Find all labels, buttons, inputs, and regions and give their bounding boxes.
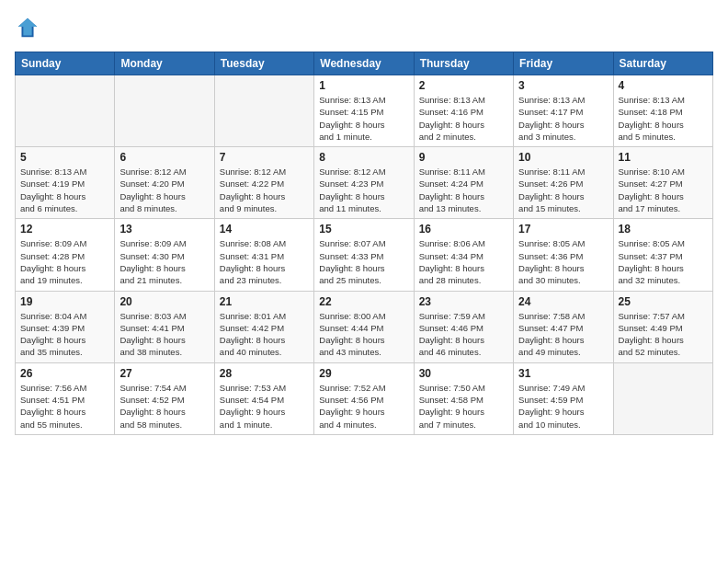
day-info: Sunrise: 7:53 AM Sunset: 4:54 PM Dayligh… — [220, 382, 309, 431]
day-number: 2 — [419, 79, 508, 92]
calendar-cell: 19Sunrise: 8:04 AM Sunset: 4:39 PM Dayli… — [16, 291, 115, 362]
weekday-header-monday: Monday — [115, 52, 214, 75]
calendar-week-2: 5Sunrise: 8:13 AM Sunset: 4:19 PM Daylig… — [16, 147, 713, 219]
calendar-cell — [115, 75, 214, 147]
day-info: Sunrise: 8:07 AM Sunset: 4:33 PM Dayligh… — [319, 237, 408, 286]
day-info: Sunrise: 8:12 AM Sunset: 4:23 PM Dayligh… — [319, 166, 408, 214]
day-number: 8 — [319, 151, 408, 164]
day-number: 26 — [20, 367, 109, 380]
calendar-cell: 26Sunrise: 7:56 AM Sunset: 4:51 PM Dayli… — [16, 362, 115, 434]
calendar-cell: 8Sunrise: 8:12 AM Sunset: 4:23 PM Daylig… — [314, 147, 414, 219]
day-info: Sunrise: 7:56 AM Sunset: 4:51 PM Dayligh… — [20, 382, 109, 431]
day-info: Sunrise: 8:11 AM Sunset: 4:24 PM Dayligh… — [419, 166, 508, 214]
day-number: 30 — [419, 367, 508, 380]
calendar-cell: 1Sunrise: 8:13 AM Sunset: 4:15 PM Daylig… — [314, 75, 414, 147]
day-number: 14 — [220, 223, 309, 236]
day-info: Sunrise: 8:11 AM Sunset: 4:26 PM Dayligh… — [518, 166, 608, 214]
calendar-cell: 23Sunrise: 7:59 AM Sunset: 4:46 PM Dayli… — [414, 291, 513, 362]
calendar-cell: 27Sunrise: 7:54 AM Sunset: 4:52 PM Dayli… — [115, 362, 214, 434]
day-info: Sunrise: 8:06 AM Sunset: 4:34 PM Dayligh… — [419, 237, 508, 286]
calendar-cell: 18Sunrise: 8:05 AM Sunset: 4:37 PM Dayli… — [613, 219, 712, 291]
calendar-cell: 28Sunrise: 7:53 AM Sunset: 4:54 PM Dayli… — [214, 362, 313, 434]
day-number: 27 — [119, 367, 209, 380]
day-number: 31 — [518, 367, 608, 380]
day-info: Sunrise: 8:00 AM Sunset: 4:44 PM Dayligh… — [319, 310, 408, 359]
day-number: 17 — [518, 223, 608, 236]
calendar-cell: 13Sunrise: 8:09 AM Sunset: 4:30 PM Dayli… — [115, 219, 214, 291]
calendar-week-1: 1Sunrise: 8:13 AM Sunset: 4:15 PM Daylig… — [16, 75, 713, 147]
svg-marker-1 — [18, 18, 38, 36]
day-info: Sunrise: 7:54 AM Sunset: 4:52 PM Dayligh… — [119, 382, 209, 431]
day-info: Sunrise: 8:13 AM Sunset: 4:17 PM Dayligh… — [518, 94, 608, 143]
day-number: 6 — [119, 151, 209, 164]
day-info: Sunrise: 8:12 AM Sunset: 4:20 PM Dayligh… — [119, 166, 209, 214]
day-number: 28 — [220, 367, 309, 380]
day-number: 29 — [319, 367, 408, 380]
day-number: 20 — [119, 295, 209, 308]
weekday-header-saturday: Saturday — [613, 52, 712, 75]
weekday-header-wednesday: Wednesday — [314, 52, 414, 75]
calendar-week-5: 26Sunrise: 7:56 AM Sunset: 4:51 PM Dayli… — [16, 362, 713, 434]
calendar-cell: 20Sunrise: 8:03 AM Sunset: 4:41 PM Dayli… — [115, 291, 214, 362]
calendar-table: SundayMondayTuesdayWednesdayThursdayFrid… — [15, 52, 713, 435]
logo — [15, 15, 44, 40]
calendar-cell: 24Sunrise: 7:58 AM Sunset: 4:47 PM Dayli… — [514, 291, 613, 362]
day-info: Sunrise: 7:50 AM Sunset: 4:58 PM Dayligh… — [419, 382, 508, 431]
day-info: Sunrise: 8:03 AM Sunset: 4:41 PM Dayligh… — [119, 310, 209, 359]
day-number: 24 — [518, 295, 608, 308]
day-info: Sunrise: 8:05 AM Sunset: 4:37 PM Dayligh… — [619, 237, 708, 286]
calendar-cell: 2Sunrise: 8:13 AM Sunset: 4:16 PM Daylig… — [414, 75, 513, 147]
day-number: 9 — [419, 151, 508, 164]
calendar-week-3: 12Sunrise: 8:09 AM Sunset: 4:28 PM Dayli… — [16, 219, 713, 291]
calendar-cell: 4Sunrise: 8:13 AM Sunset: 4:18 PM Daylig… — [613, 75, 712, 147]
calendar-cell: 16Sunrise: 8:06 AM Sunset: 4:34 PM Dayli… — [414, 219, 513, 291]
day-info: Sunrise: 8:04 AM Sunset: 4:39 PM Dayligh… — [20, 310, 109, 359]
logo-icon — [15, 15, 40, 40]
calendar-header-row: SundayMondayTuesdayWednesdayThursdayFrid… — [16, 52, 713, 75]
day-number: 18 — [619, 223, 708, 236]
day-number: 10 — [518, 151, 608, 164]
day-info: Sunrise: 7:57 AM Sunset: 4:49 PM Dayligh… — [619, 310, 708, 359]
day-info: Sunrise: 8:01 AM Sunset: 4:42 PM Dayligh… — [220, 310, 309, 359]
day-info: Sunrise: 7:58 AM Sunset: 4:47 PM Dayligh… — [518, 310, 608, 359]
day-number: 25 — [619, 295, 708, 308]
day-number: 23 — [419, 295, 508, 308]
calendar-cell: 6Sunrise: 8:12 AM Sunset: 4:20 PM Daylig… — [115, 147, 214, 219]
calendar-cell: 11Sunrise: 8:10 AM Sunset: 4:27 PM Dayli… — [613, 147, 712, 219]
day-info: Sunrise: 8:13 AM Sunset: 4:19 PM Dayligh… — [20, 166, 109, 214]
day-info: Sunrise: 8:08 AM Sunset: 4:31 PM Dayligh… — [220, 237, 309, 286]
calendar-cell: 14Sunrise: 8:08 AM Sunset: 4:31 PM Dayli… — [214, 219, 313, 291]
calendar-cell: 5Sunrise: 8:13 AM Sunset: 4:19 PM Daylig… — [16, 147, 115, 219]
day-number: 11 — [619, 151, 708, 164]
weekday-header-tuesday: Tuesday — [214, 52, 313, 75]
calendar-cell: 21Sunrise: 8:01 AM Sunset: 4:42 PM Dayli… — [214, 291, 313, 362]
calendar-cell: 25Sunrise: 7:57 AM Sunset: 4:49 PM Dayli… — [613, 291, 712, 362]
day-info: Sunrise: 7:52 AM Sunset: 4:56 PM Dayligh… — [319, 382, 408, 431]
calendar-cell — [214, 75, 313, 147]
calendar-cell: 15Sunrise: 8:07 AM Sunset: 4:33 PM Dayli… — [314, 219, 414, 291]
day-number: 1 — [319, 79, 408, 92]
day-number: 7 — [220, 151, 309, 164]
calendar-cell: 29Sunrise: 7:52 AM Sunset: 4:56 PM Dayli… — [314, 362, 414, 434]
weekday-header-thursday: Thursday — [414, 52, 513, 75]
calendar-week-4: 19Sunrise: 8:04 AM Sunset: 4:39 PM Dayli… — [16, 291, 713, 362]
weekday-header-friday: Friday — [514, 52, 613, 75]
page-header — [15, 15, 713, 40]
day-number: 3 — [518, 79, 608, 92]
day-info: Sunrise: 8:09 AM Sunset: 4:28 PM Dayligh… — [20, 237, 109, 286]
day-number: 15 — [319, 223, 408, 236]
day-info: Sunrise: 8:12 AM Sunset: 4:22 PM Dayligh… — [220, 166, 309, 214]
calendar-cell: 9Sunrise: 8:11 AM Sunset: 4:24 PM Daylig… — [414, 147, 513, 219]
calendar-cell — [16, 75, 115, 147]
calendar-cell: 17Sunrise: 8:05 AM Sunset: 4:36 PM Dayli… — [514, 219, 613, 291]
day-number: 22 — [319, 295, 408, 308]
day-number: 13 — [119, 223, 209, 236]
day-info: Sunrise: 8:13 AM Sunset: 4:15 PM Dayligh… — [319, 94, 408, 143]
calendar-cell: 30Sunrise: 7:50 AM Sunset: 4:58 PM Dayli… — [414, 362, 513, 434]
calendar-cell — [613, 362, 712, 434]
day-info: Sunrise: 8:09 AM Sunset: 4:30 PM Dayligh… — [119, 237, 209, 286]
day-info: Sunrise: 8:13 AM Sunset: 4:18 PM Dayligh… — [619, 94, 708, 143]
day-number: 21 — [220, 295, 309, 308]
calendar-cell: 22Sunrise: 8:00 AM Sunset: 4:44 PM Dayli… — [314, 291, 414, 362]
calendar-cell: 3Sunrise: 8:13 AM Sunset: 4:17 PM Daylig… — [514, 75, 613, 147]
